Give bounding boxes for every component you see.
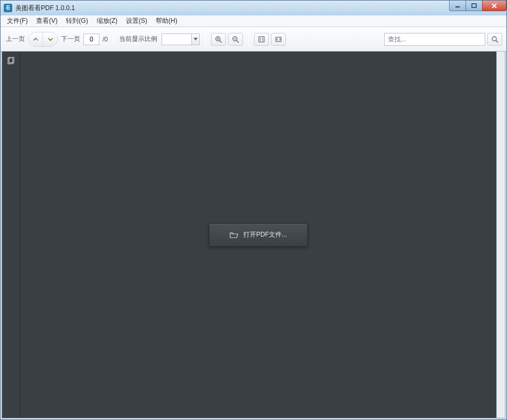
search-icon xyxy=(491,36,498,43)
menu-goto[interactable]: 转到(G) xyxy=(62,15,92,27)
menu-help[interactable]: 帮助(H) xyxy=(151,15,182,27)
search-button[interactable] xyxy=(487,33,502,46)
toolbar: 上一页 下一页 /0 当前显示比例 xyxy=(1,27,506,52)
open-pdf-button[interactable]: 打开PDF文件... xyxy=(209,223,308,247)
fit-page-button[interactable] xyxy=(254,33,269,46)
zoom-in-icon xyxy=(215,36,222,43)
zoom-input[interactable] xyxy=(162,33,191,45)
zoom-in-button[interactable] xyxy=(211,33,226,46)
zoom-out-icon xyxy=(232,36,239,43)
menu-view[interactable]: 查看(V) xyxy=(32,15,62,27)
window-title: 美图看看PDF 1.0.0.1 xyxy=(15,4,75,13)
zoom-label: 当前显示比例 xyxy=(119,35,157,44)
viewer-area: 打开PDF文件... xyxy=(20,52,496,418)
page-nav-arrows xyxy=(28,32,58,47)
folder-open-icon xyxy=(230,231,238,239)
prev-page-button[interactable] xyxy=(29,32,43,46)
svg-rect-1 xyxy=(472,4,476,7)
zoom-dropdown-button[interactable] xyxy=(191,33,200,45)
content-area: 打开PDF文件... xyxy=(2,52,505,418)
window-controls xyxy=(450,1,506,11)
zoom-combobox[interactable] xyxy=(162,33,200,45)
svg-point-13 xyxy=(492,37,496,41)
titlebar[interactable]: 看 美图看看PDF 1.0.0.1 xyxy=(1,1,506,15)
svg-line-7 xyxy=(236,40,239,43)
thumbnails-button[interactable] xyxy=(7,57,15,418)
svg-rect-0 xyxy=(455,6,460,7)
side-panel xyxy=(2,52,20,418)
app-window: 看 美图看看PDF 1.0.0.1 文件(F) 查看(V) 转到(G) 缩放(Z… xyxy=(0,0,507,420)
thumbnails-icon xyxy=(7,57,15,65)
vertical-scrollbar[interactable] xyxy=(496,52,505,418)
next-page-label: 下一页 xyxy=(61,35,80,44)
menu-file[interactable]: 文件(F) xyxy=(3,15,32,27)
chevron-down-icon xyxy=(47,36,54,43)
caret-down-icon xyxy=(193,38,198,41)
prev-page-label: 上一页 xyxy=(6,35,25,44)
search-input[interactable] xyxy=(384,33,485,46)
app-icon: 看 xyxy=(4,4,12,12)
fit-width-icon xyxy=(275,36,282,43)
menu-settings[interactable]: 设置(S) xyxy=(122,15,151,27)
open-pdf-label: 打开PDF文件... xyxy=(243,230,287,239)
zoom-out-button[interactable] xyxy=(228,33,243,46)
close-button[interactable] xyxy=(482,1,506,11)
next-page-button[interactable] xyxy=(43,32,57,46)
maximize-icon xyxy=(471,3,477,9)
svg-line-3 xyxy=(219,40,222,43)
minimize-icon xyxy=(455,3,460,9)
close-icon xyxy=(491,3,497,9)
separator xyxy=(205,32,206,47)
minimize-button[interactable] xyxy=(449,1,466,11)
separator xyxy=(113,32,114,47)
menubar: 文件(F) 查看(V) 转到(G) 缩放(Z) 设置(S) 帮助(H) xyxy=(1,15,506,27)
page-number-input[interactable] xyxy=(83,33,99,45)
chevron-up-icon xyxy=(32,36,39,43)
page-total-label: /0 xyxy=(103,36,108,43)
svg-rect-9 xyxy=(259,37,264,42)
maximize-button[interactable] xyxy=(466,1,483,11)
fit-width-button[interactable] xyxy=(271,33,286,46)
svg-line-14 xyxy=(496,40,498,43)
separator xyxy=(248,32,249,47)
fit-page-icon xyxy=(258,36,265,43)
menu-zoom[interactable]: 缩放(Z) xyxy=(92,15,122,27)
